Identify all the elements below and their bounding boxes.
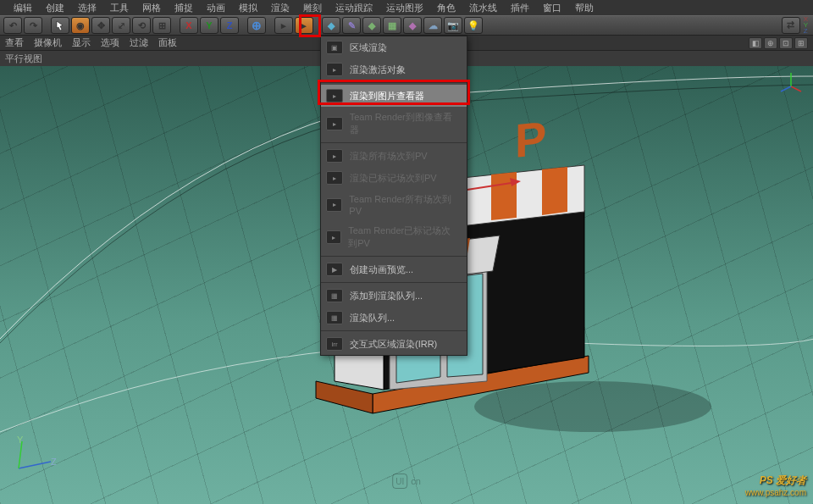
menu-item[interactable]: 动画 <box>200 2 232 14</box>
menu-item[interactable]: 编辑 <box>7 2 39 14</box>
move-tool[interactable]: ✥ <box>91 17 110 34</box>
coord-system[interactable]: ⊕ <box>247 17 266 34</box>
menu-item[interactable]: 渲染 <box>264 2 296 14</box>
render-icon: ▸ <box>326 149 343 163</box>
render-icon: ▣ <box>326 41 343 54</box>
dropdown-item: ▸Team Render所有场次到PV <box>321 189 467 220</box>
dropdown-label: 渲染激活对象 <box>350 64 406 76</box>
menu-item[interactable]: 工具 <box>103 2 136 14</box>
menu-item[interactable]: 创建 <box>39 2 71 14</box>
render-icon: ▸ <box>326 171 343 185</box>
dropdown-label: 渲染到图片查看器 <box>350 90 424 102</box>
viewport-menu[interactable]: 选项 <box>101 36 119 49</box>
main-toolbar: ↶ ↷ ◉ ✥ ⤢ ⟲ ⊞ X Y Z ⊕ ▸ ▸ ◆ ✎ ◆ ▦ ◆ ☁ 📷 … <box>0 15 813 36</box>
primitive-cube[interactable]: ◆ <box>322 17 340 34</box>
menu-separator <box>321 256 467 257</box>
menu-item[interactable]: 捕捉 <box>168 2 200 14</box>
menu-item[interactable]: 流水线 <box>462 2 504 14</box>
dropdown-label: Team Render到图像查看器 <box>350 111 460 136</box>
rotate-tool[interactable]: ⟲ <box>132 17 151 34</box>
live-select-tool[interactable]: ◉ <box>71 17 90 34</box>
viewport-menu[interactable]: 过滤 <box>130 36 148 49</box>
axis-x-toggle[interactable]: X <box>180 17 198 34</box>
dropdown-item[interactable]: ▦添加到渲染队列... <box>321 285 467 307</box>
dropdown-label: Team Render已标记场次到PV <box>348 224 460 250</box>
render-picture-viewer-button[interactable]: ▸ <box>295 17 313 34</box>
redo-button[interactable]: ↷ <box>24 17 42 34</box>
dropdown-item: ▸渲染所有场次到PV <box>321 145 467 167</box>
viewport-toggle-icon[interactable]: ⊞ <box>794 37 808 49</box>
menu-item[interactable]: 选择 <box>71 2 103 14</box>
axis-z-toggle[interactable]: Z <box>220 17 239 34</box>
svg-line-25 <box>19 462 51 468</box>
menu-item[interactable]: 运动图形 <box>379 2 430 14</box>
dropdown-item[interactable]: ▶创建动画预览... <box>321 258 467 280</box>
menu-item[interactable]: 运动跟踪 <box>329 2 379 14</box>
svg-line-24 <box>781 86 791 91</box>
dropdown-item[interactable]: ▣区域渲染 <box>321 36 467 58</box>
render-view-button[interactable]: ▸ <box>274 17 293 34</box>
menu-item[interactable]: 网格 <box>136 2 168 14</box>
render-icon: ▦ <box>326 311 343 324</box>
render-icon: ▶ <box>326 263 343 276</box>
render-icon: irr <box>326 337 343 351</box>
svg-marker-15 <box>542 167 567 215</box>
dropdown-item: ▸Team Render到图像查看器 <box>321 107 467 141</box>
viewport-toggle-icon[interactable]: ⊕ <box>764 37 777 49</box>
dropdown-item[interactable]: irr交互式区域渲染(IRR) <box>321 333 467 355</box>
dropdown-label: 区域渲染 <box>350 42 387 54</box>
render-icon: ▸ <box>326 63 343 76</box>
menu-item[interactable]: 模拟 <box>232 2 264 14</box>
layout-switch[interactable]: ⇄ <box>782 17 800 34</box>
menu-separator <box>321 82 467 83</box>
menu-separator <box>321 330 467 331</box>
dropdown-label: 添加到渲染队列... <box>350 290 423 302</box>
menu-item[interactable]: 帮助 <box>568 2 600 14</box>
menu-separator <box>321 142 467 143</box>
dropdown-label: 交互式区域渲染(IRR) <box>350 338 437 351</box>
menu-separator <box>321 282 467 283</box>
menu-bar: 编辑 创建 选择 工具 网格 捕捉 动画 模拟 渲染 雕刻 运动跟踪 运动图形 … <box>0 0 813 15</box>
dropdown-item[interactable]: ▸渲染到图片查看器 <box>321 85 467 107</box>
render-dropdown-menu: ▣区域渲染▸渲染激活对象▸渲染到图片查看器▸Team Render到图像查看器▸… <box>320 36 467 356</box>
dropdown-item[interactable]: ▦渲染队列... <box>321 307 467 329</box>
menu-item[interactable]: 窗口 <box>536 2 568 14</box>
viewport-menu[interactable]: 面板 <box>158 36 177 49</box>
dropdown-label: 渲染队列... <box>350 312 395 324</box>
light[interactable]: 💡 <box>464 17 483 34</box>
viewport-menu[interactable]: 显示 <box>72 36 91 49</box>
viewport-toggle-icon[interactable]: ◧ <box>749 37 762 49</box>
axis-y-toggle[interactable]: Y <box>200 17 218 34</box>
menu-item[interactable]: 插件 <box>504 2 536 14</box>
viewport-corner-icons: ◧ ⊕ ⊡ ⊞ <box>749 37 808 49</box>
dropdown-label: Team Render所有场次到PV <box>349 193 460 216</box>
scale-tool[interactable]: ⤢ <box>112 17 130 34</box>
viewport-menu[interactable]: 摄像机 <box>34 36 62 49</box>
dropdown-item[interactable]: ▸渲染激活对象 <box>321 58 467 80</box>
sign-letter: P <box>515 111 546 168</box>
deformer[interactable]: ◆ <box>403 17 422 34</box>
dropdown-label: 创建动画预览... <box>350 263 413 276</box>
recent-tool[interactable]: ⊞ <box>152 17 171 34</box>
render-icon: ▸ <box>326 89 343 102</box>
toolbar-right-icons: ⇄ XYZ <box>782 16 808 34</box>
select-tool[interactable] <box>51 17 69 34</box>
generator-array[interactable]: ▦ <box>383 17 401 34</box>
axis-origin-indicator: Z Y <box>8 435 59 479</box>
axis-navigator[interactable] <box>777 69 805 97</box>
dropdown-item: ▸渲染已标记场次到PV <box>321 167 467 189</box>
viewport-toggle-icon[interactable]: ⊡ <box>779 37 793 49</box>
undo-button[interactable]: ↶ <box>3 17 22 34</box>
dropdown-label: 渲染已标记场次到PV <box>350 172 437 185</box>
svg-point-16 <box>474 381 711 432</box>
menu-item[interactable]: 角色 <box>430 2 462 14</box>
environment[interactable]: ☁ <box>423 17 442 34</box>
viewport-menu[interactable]: 查看 <box>5 36 24 49</box>
spline-pen[interactable]: ✎ <box>342 17 361 34</box>
svg-line-26 <box>19 441 22 468</box>
render-icon: ▦ <box>326 289 343 302</box>
render-icon: ▸ <box>326 230 341 244</box>
generator-nurbs[interactable]: ◆ <box>362 17 381 34</box>
menu-item[interactable]: 雕刻 <box>296 2 329 14</box>
camera[interactable]: 📷 <box>444 17 462 34</box>
